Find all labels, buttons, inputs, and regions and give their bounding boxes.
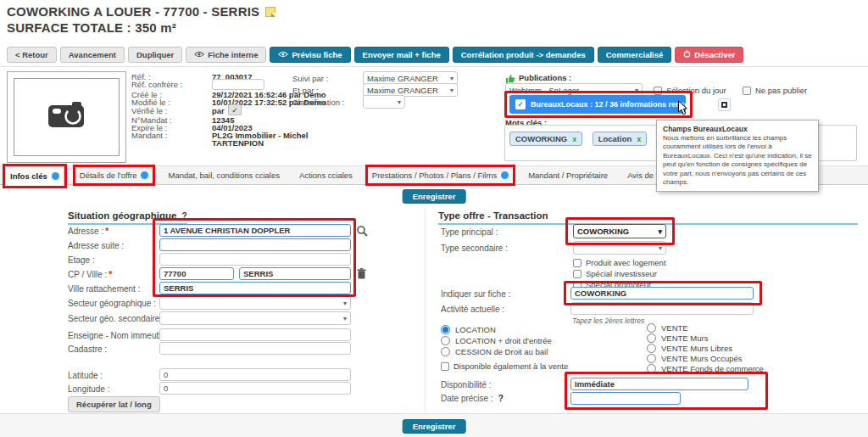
adresse-suite-label: Adresse suite : [68, 241, 124, 250]
daily-selection-checkbox[interactable]: Sélection du jour [654, 86, 726, 95]
radio-icon[interactable] [441, 336, 450, 345]
verify-check-button[interactable]: ✓ [228, 104, 242, 115]
remove-tag-icon[interactable]: x [572, 135, 576, 143]
type-principal-select[interactable]: COWORKING▾ [573, 224, 666, 238]
enseigne-input[interactable] [159, 328, 351, 341]
divider [0, 66, 868, 67]
radio-cession-droit-bail[interactable]: CESSION de Droit au bail [441, 347, 548, 356]
ville-rattachement-input[interactable] [159, 282, 351, 294]
help-icon[interactable]: ? [181, 211, 186, 221]
activite-hint: Tapez les 2ères lettres [572, 317, 644, 325]
radio-vente[interactable]: VENTE [647, 323, 688, 333]
also-sale-checkbox[interactable]: Disponible également à la vente [441, 361, 568, 371]
photo-placeholder[interactable] [7, 71, 126, 163]
classification-label: Classification : [292, 98, 344, 107]
back-button[interactable]: < Retour [7, 47, 57, 63]
checkbox-icon[interactable] [654, 87, 662, 95]
deactivate-button[interactable]: Désactiver [675, 47, 743, 63]
bureaux-locaux-bar[interactable]: ✓ BureauxLocaux : 12 / 36 informations r… [509, 95, 686, 114]
date-precise-input[interactable] [570, 392, 681, 405]
info-icon [721, 102, 727, 108]
tab-prestations-photos[interactable]: Prestations / Photos / Plans / Films [368, 167, 513, 183]
chevron-down-icon: ▾ [450, 87, 453, 94]
page-title-text: COWORKING A LOUER - 77700 - SERRIS [7, 4, 259, 19]
produit-logement-checkbox[interactable]: Produit avec logement [573, 258, 666, 267]
commercialise-button[interactable]: Commercialisé [598, 47, 672, 63]
tab-mandant-proprietaire[interactable]: Mandant / Propriétaire [524, 167, 612, 183]
radio-vente-fonds-commerce[interactable]: VENTE Fonds de commerce [647, 364, 764, 373]
radio-icon[interactable] [647, 354, 656, 363]
internal-sheet-button[interactable]: Fiche interne [186, 47, 266, 63]
secteur-geo-select[interactable]: ▾ [159, 296, 351, 310]
radio-icon[interactable] [647, 364, 656, 373]
power-icon [683, 50, 691, 59]
bureaux-locaux-checkbox[interactable]: ✓ [515, 99, 526, 109]
suivi-par-label: Suivi par : [292, 74, 328, 83]
activite-input[interactable] [570, 302, 754, 315]
chevron-down-icon: ▾ [658, 227, 662, 236]
save-button-top[interactable]: Enregistrer [403, 189, 466, 204]
checkbox-icon[interactable] [573, 259, 581, 267]
verified-value: par [212, 106, 225, 115]
special-investisseur-checkbox[interactable]: Spécial investisseur [573, 269, 657, 278]
bureaux-locaux-info-button[interactable] [718, 98, 731, 111]
disponibilite-input[interactable] [570, 378, 748, 390]
checkbox-icon[interactable] [743, 87, 751, 95]
activite-label: Activité actuelle : [441, 305, 504, 314]
secteur-geo-label: Secteur géographique : [68, 299, 156, 308]
trash-icon[interactable] [357, 267, 366, 283]
tab-infos-cles[interactable]: Infos clés [5, 166, 64, 186]
preview-sheet-button[interactable]: Prévisu fiche [270, 47, 350, 63]
radio-icon[interactable] [647, 323, 656, 333]
duplicate-button[interactable]: Dupliquer [128, 47, 182, 63]
adresse-input[interactable] [159, 224, 351, 237]
etage-input[interactable] [159, 253, 351, 266]
radio-vente-murs[interactable]: VENTE Murs [647, 333, 708, 343]
latitude-input[interactable] [159, 368, 351, 381]
type-secondaire-select[interactable]: ▾ [573, 241, 666, 255]
radio-icon[interactable] [441, 347, 450, 356]
keyword-tag[interactable]: Locationx [593, 132, 648, 146]
longitude-input[interactable] [159, 382, 351, 395]
radio-icon[interactable] [647, 344, 656, 353]
ville-input[interactable] [239, 267, 351, 280]
tab-details-offre[interactable]: Détails de l'offre [75, 167, 153, 183]
remove-tag-icon[interactable]: x [637, 135, 641, 143]
cp-input[interactable] [159, 267, 234, 280]
do-not-publish-checkbox[interactable]: Ne pas publier [743, 86, 807, 95]
enseigne-label: Enseigne - Nom immeuble : [68, 331, 172, 340]
avancement-button[interactable]: Avancement [60, 47, 125, 63]
chevron-down-icon: ▾ [659, 244, 662, 252]
indiquer-fiche-input[interactable] [570, 287, 754, 300]
ref-confrere-input[interactable] [212, 79, 264, 90]
tooltip-title: Champs BureauxLocaux [663, 125, 812, 133]
checkbox-icon[interactable] [441, 362, 449, 371]
radio-icon[interactable] [441, 325, 450, 334]
keyword-tag[interactable]: COWORKINGx [509, 132, 582, 146]
search-icon[interactable] [356, 225, 368, 240]
save-button-bottom[interactable]: Enregistrer [403, 419, 466, 434]
disponibilite-label: Disponibilité : [441, 380, 491, 389]
radio-vente-murs-occupes[interactable]: VENTE Murs Occupés [647, 354, 743, 363]
radio-location-droit-entree[interactable]: LOCATION + droit d'entrée [441, 336, 552, 345]
tab-actions-cciales[interactable]: Actions cciales [295, 167, 357, 183]
tab-mandat-bail[interactable]: Mandat, bail, conditions cciales [164, 167, 284, 183]
radio-location[interactable]: LOCATION [441, 325, 496, 334]
mandant-value-line2: TARTENPION [212, 138, 264, 148]
chevron-down-icon: ▾ [450, 75, 453, 82]
adresse-suite-input[interactable] [159, 238, 351, 251]
help-icon[interactable]: ? [498, 394, 504, 403]
note-icon[interactable] [265, 7, 275, 17]
radio-icon[interactable] [647, 333, 656, 343]
send-mail-button[interactable]: Envoyer mail + fiche [354, 47, 449, 63]
publications-title: Publications : [519, 73, 571, 82]
blue-dot-icon [52, 172, 59, 180]
classification-select[interactable]: ▾ [363, 95, 405, 109]
checkbox-icon[interactable] [573, 270, 581, 278]
correlation-button[interactable]: Corrélation produit -> demandes [453, 47, 594, 63]
secteur-geo2-select[interactable]: ▾ [159, 311, 351, 325]
page-subtitle: SURFACE TOTALE : 350 m² [7, 20, 176, 35]
get-latlng-button[interactable]: Récupérer lat / long [68, 396, 160, 412]
radio-vente-murs-libres[interactable]: VENTE Murs Libres [647, 344, 732, 353]
cadastre-input[interactable] [159, 342, 351, 355]
